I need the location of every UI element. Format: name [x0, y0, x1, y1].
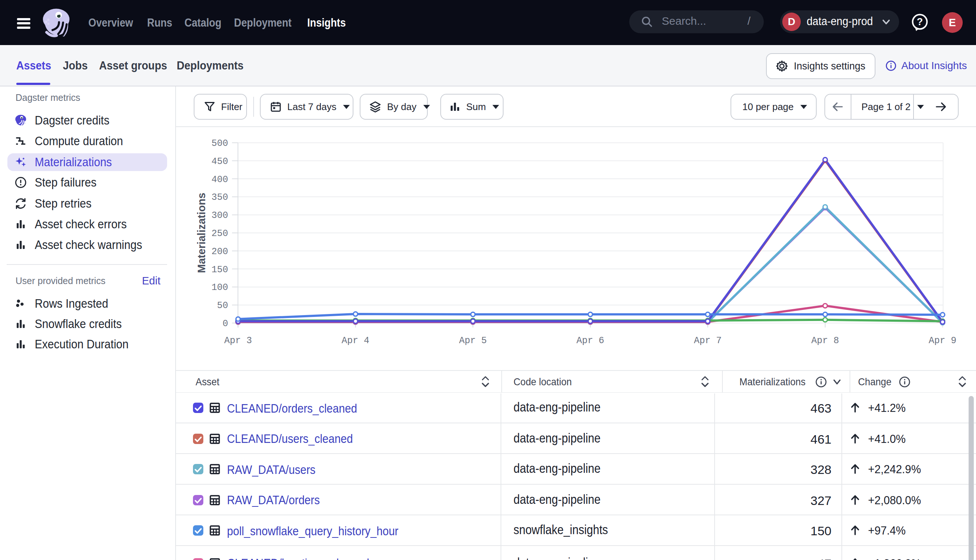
svg-text:200: 200 [211, 247, 228, 257]
svg-text:Apr 3: Apr 3 [224, 335, 252, 346]
svg-text:300: 300 [211, 210, 228, 221]
svg-text:?: ? [917, 16, 923, 27]
svg-text:Apr 8: Apr 8 [811, 335, 839, 346]
svg-text:Apr 5: Apr 5 [459, 335, 487, 346]
svg-text:100: 100 [211, 282, 228, 293]
svg-text:500: 500 [211, 138, 228, 149]
svg-text:Apr 4: Apr 4 [342, 335, 369, 346]
svg-text:0: 0 [222, 318, 228, 329]
svg-text:350: 350 [211, 192, 228, 203]
svg-text:400: 400 [211, 174, 228, 185]
svg-text:50: 50 [217, 300, 228, 311]
svg-text:250: 250 [211, 228, 228, 239]
svg-text:Materializations: Materializations [196, 193, 207, 273]
svg-text:Apr 9: Apr 9 [929, 335, 956, 346]
svg-text:150: 150 [211, 265, 228, 275]
svg-text:Apr 6: Apr 6 [577, 335, 604, 346]
svg-text:450: 450 [211, 156, 228, 167]
svg-text:Apr 7: Apr 7 [694, 335, 722, 346]
